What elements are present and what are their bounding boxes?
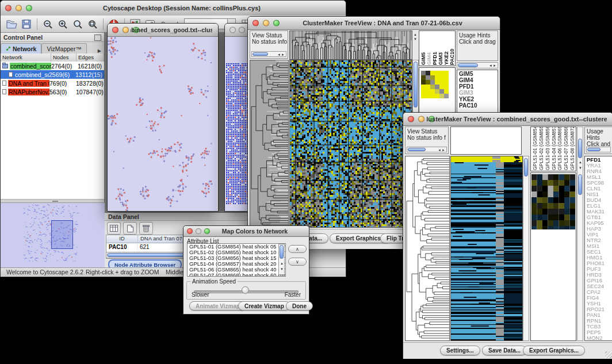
resize-grip[interactable] [605,351,612,358]
network-graph-canvas-2[interactable] [225,37,249,211]
view-status-hscrollbar[interactable]: ◄► [407,147,447,152]
network-list-row[interactable]: DNA and Tran 07 769(0) 183728(0) [1,79,104,87]
select-attributes-icon[interactable] [107,222,121,235]
scroll-up-icon[interactable]: ▲ [414,33,417,36]
usage-hints-hscrollbar[interactable]: ◄► [457,62,498,68]
close-icon[interactable] [187,228,193,234]
export-graphics-button[interactable]: Export Graphics... [523,346,585,355]
column-label[interactable]: PAC10 [449,31,455,65]
minimize-icon[interactable] [123,27,129,33]
column-label[interactable]: GPL51-03 (GSM856) [545,127,551,170]
labels-vscrollbar[interactable]: ▲ ▼ [577,127,583,341]
slider-thumb[interactable] [242,286,249,294]
delete-attribute-icon[interactable] [139,222,153,235]
heatmap-canvas[interactable] [450,156,523,341]
scroll-right-icon[interactable]: ► [281,53,285,56]
column-label[interactable]: GPL51-08 (GSM872) [569,127,576,170]
attribute-list[interactable]: GPL51-01 (GSM854) heat shock 05 minGPL51… [187,243,286,277]
tab-network[interactable]: Network [1,43,41,53]
treeview2-title-bar[interactable]: ClusterMaker TreeView : combined_scores_… [403,113,612,126]
column-label[interactable]: GPL51-07 (GSM868) [563,127,569,170]
scroll-left-icon[interactable]: ◄ [489,64,492,67]
main-title-bar[interactable]: Cytoscape Desktop (Session Name: collins… [1,1,346,16]
zoom-selected-icon[interactable] [85,17,100,31]
done-button[interactable]: Done [286,301,313,311]
close-icon[interactable] [253,20,259,26]
row-dendrogram[interactable] [405,156,450,341]
close-icon[interactable] [5,5,12,12]
column-label[interactable]: GIM4 [426,31,432,65]
gene-label[interactable]: PAC10 [459,102,498,109]
scroll-left-icon[interactable]: ◄ [277,53,281,56]
scroll-down-icon[interactable]: ▼ [280,267,284,271]
close-icon[interactable] [408,116,414,122]
gene-label[interactable]: GIM5 [459,71,498,77]
view-status-hscrollbar[interactable]: ◄► [251,51,286,57]
column-label[interactable]: GPL51-01 (GSM854) [532,127,538,170]
close-icon[interactable] [230,27,236,33]
zoom-matrix[interactable] [531,174,575,229]
dialog-title-bar[interactable]: Map Colors to Network [183,226,309,237]
treeview1-title-bar[interactable]: ClusterMaker TreeView : DNA and Tran 07-… [248,17,500,30]
column-label[interactable]: GPL51-02 (GSM855) [538,127,545,170]
open-session-icon[interactable] [4,17,19,31]
move-down-button[interactable]: ∨ [288,258,307,266]
attribute-item[interactable]: GPL51-07 (GSM868) heat shock 60 min [189,273,285,277]
scroll-right-icon[interactable]: ► [493,64,496,67]
network-list-row[interactable]: RNAPuberNov2+ 563(0) 107847(0) [1,87,104,96]
scroll-down-icon[interactable]: ▼ [579,166,582,170]
network-view-2-title-bar[interactable] [225,24,250,37]
column-label[interactable]: GPL51-06 (GSM865) [557,127,563,170]
save-session-icon[interactable] [19,17,34,31]
settings-button[interactable]: Settings... [440,346,480,355]
minimize-icon[interactable] [16,5,22,12]
usage-hints-hscrollbar[interactable] [586,147,611,152]
zoom-in-icon[interactable] [55,17,70,31]
network-view-title-bar[interactable]: combined_scores_good.txt--cluste... [108,24,218,37]
column-label[interactable]: GIM5 [420,31,426,65]
minimize-icon[interactable] [263,20,269,26]
scroll-down-icon[interactable]: ▼ [414,37,417,41]
column-label[interactable]: GPL51-04 (GSM857) [551,127,557,170]
heatmap-vscrollbar[interactable] [523,156,529,341]
column-label[interactable]: YKE2 [443,31,449,65]
network-overview-panel[interactable] [1,202,105,268]
minimize-icon[interactable] [418,116,424,122]
scroll-up-icon[interactable]: ▲ [579,160,582,164]
gene-label[interactable]: MON2 [587,335,612,341]
close-icon[interactable] [112,27,118,33]
gene-label[interactable]: PFD1 [459,83,498,90]
move-up-button[interactable]: ∧ [288,245,307,253]
network-name: combined_scores [10,63,51,70]
save-data-button[interactable]: Save Data... [482,346,527,355]
scroll-left-icon[interactable]: ◄ [438,148,441,152]
network-view-title: combined_scores_good.txt--cluste... [131,24,212,36]
column-dendrogram[interactable] [289,30,412,60]
scroll-right-icon[interactable]: ► [442,148,445,152]
zoom-fit-icon[interactable] [70,17,85,31]
heatmap-canvas[interactable] [289,60,412,228]
similarity-matrix[interactable] [421,71,449,98]
column-label[interactable]: GIM3 [438,31,443,65]
tab-vizmapper[interactable]: VizMapper™ [41,43,87,53]
gene-label[interactable]: YKE2 [459,96,498,102]
network-list-row[interactable]: combined_sco 2569(6) 13112(15) [1,70,104,79]
scroll-up-icon[interactable]: ▲ [280,262,284,265]
column-label[interactable]: PFD1 [432,31,438,65]
zoom-out-icon[interactable] [40,17,55,31]
tab-overflow-icon[interactable]: ▶ [95,48,104,53]
network-name: RNAPuberNov2+ [8,89,49,95]
create-vizmap-button[interactable]: Create Vizmap [238,301,290,311]
gene-label[interactable]: GIM4 [459,77,498,83]
row-dendrogram[interactable] [250,60,289,228]
overview-viewport-rect[interactable] [51,220,73,249]
gene-label[interactable]: GIM3 [459,90,498,96]
float-panel-icon[interactable] [94,35,101,41]
attribute-list-vscrollbar[interactable]: ▲ ▼ [278,244,285,275]
column-dendrogram-area[interactable] [450,127,522,155]
minimize-icon[interactable] [196,228,201,234]
minimize-icon[interactable] [239,27,245,33]
new-attribute-icon[interactable] [123,222,137,235]
network-graph-canvas[interactable] [108,37,217,211]
network-list-row[interactable]: combined_scores 2764(0) 16218(0) [1,62,104,70]
